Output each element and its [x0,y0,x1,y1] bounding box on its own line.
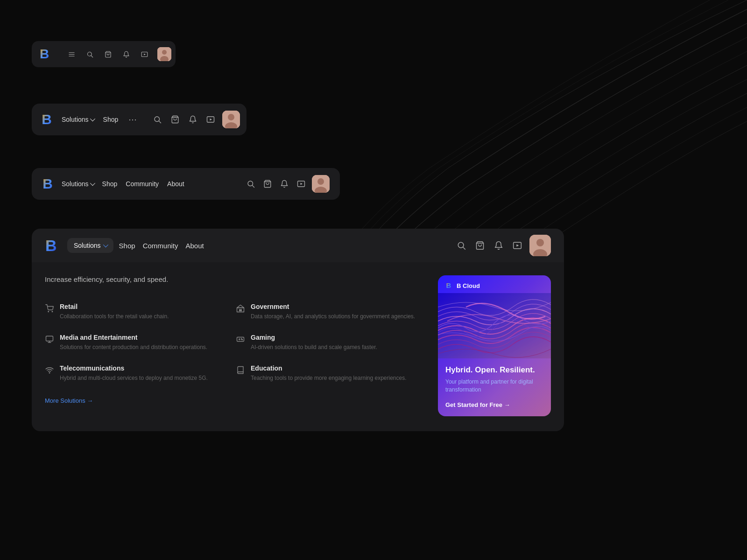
navbar-main: B Solutions Shop Community About [32,229,564,262]
svg-text:B: B [40,47,49,61]
shop-button[interactable] [103,49,113,60]
svg-point-51 [242,339,243,340]
solution-telecom[interactable]: Telecommunications Hybrid and multi-clou… [45,358,236,389]
logo[interactable]: B [41,112,54,127]
logo[interactable]: B [45,237,60,254]
solution-education[interactable]: Education Teaching tools to provide more… [236,358,427,389]
avatar[interactable] [157,47,171,61]
cloud-card: B B Cloud [438,275,551,416]
solution-retail[interactable]: Retail Collaboration tools for the retai… [45,296,236,327]
get-started-button[interactable]: Get Started for Free → [445,401,510,408]
community-nav-link[interactable]: Community [124,178,161,189]
navbar-small: B [32,41,176,67]
chevron-down-icon [90,116,95,121]
svg-text:B: B [45,237,57,254]
svg-point-19 [228,114,234,120]
media-button[interactable] [204,113,217,126]
navbar-medium: B Solutions Shop ⋯ [32,104,247,135]
monitor-icon [45,335,54,344]
svg-text:B: B [42,112,52,127]
media-button[interactable] [295,178,307,190]
solutions-dropdown-button[interactable]: Solutions [67,238,113,253]
chevron-down-icon [90,181,95,186]
svg-marker-35 [516,245,519,247]
wavy-visualization [438,293,551,358]
search-button[interactable] [455,239,468,252]
building-icon [236,304,245,313]
solutions-list: Increase efficiency, security, and speed… [45,275,427,416]
svg-text:B: B [42,176,53,191]
logo[interactable]: B [42,176,55,191]
hamburger-button[interactable] [66,49,77,60]
community-nav-link[interactable]: Community [141,240,180,252]
svg-marker-8 [144,53,146,55]
svg-rect-44 [46,336,53,341]
shop-button[interactable] [473,239,486,252]
svg-point-28 [317,178,324,185]
svg-line-5 [91,56,92,57]
media-button[interactable] [511,239,524,252]
notifications-button[interactable] [187,113,199,126]
shop-nav-link[interactable]: Shop [117,240,137,252]
solution-gaming[interactable]: Gaming AI-driven solutions to build and … [236,327,427,358]
dropdown-subtitle: Increase efficiency, security, and speed… [45,275,427,283]
shop-nav-link[interactable]: Shop [101,114,120,125]
chevron-down-icon [103,242,108,247]
svg-line-32 [463,247,465,250]
avatar[interactable] [312,175,330,193]
media-button[interactable] [139,49,150,60]
svg-point-39 [48,311,49,312]
solutions-nav-link[interactable]: Solutions [60,178,96,189]
more-solutions-button[interactable]: More Solutions → [45,397,93,404]
cloud-card-content: Hybrid. Open. Resilient. Your platform a… [438,358,551,416]
svg-text:B: B [446,282,451,289]
svg-rect-43 [241,309,242,311]
cloud-card-visual [438,293,551,358]
solutions-dropdown-panel: Increase efficiency, security, and speed… [32,262,564,431]
book-icon [236,365,245,375]
shop-nav-link[interactable]: Shop [100,178,120,189]
notifications-button[interactable] [278,178,290,190]
svg-line-23 [252,185,254,187]
shop-button[interactable] [261,178,274,190]
notifications-button[interactable] [492,239,505,252]
svg-point-52 [49,372,50,373]
svg-point-40 [52,311,53,312]
svg-rect-47 [237,337,244,342]
svg-point-10 [162,50,167,55]
gamepad-icon [236,335,245,344]
cloud-card-header: B B Cloud [438,275,551,293]
avatar[interactable] [529,235,551,256]
logo[interactable]: B [39,47,51,61]
cloud-tagline: Hybrid. Open. Resilient. [445,365,543,375]
solutions-nav-link[interactable]: Solutions [60,114,96,125]
search-button[interactable] [245,178,257,190]
navbar-with-dropdown: B Solutions Shop Community About [32,229,564,431]
notifications-button[interactable] [121,49,132,60]
more-options-button[interactable]: ⋯ [126,113,140,126]
solutions-grid: Retail Collaboration tools for the retai… [45,296,427,389]
solution-government[interactable]: Government Data storage, AI, and analyti… [236,296,427,327]
svg-marker-17 [210,119,212,121]
about-nav-link[interactable]: About [184,240,206,252]
svg-marker-26 [301,183,303,185]
cloud-card-logo-icon: B [445,282,453,289]
about-nav-link[interactable]: About [165,178,186,189]
wifi-icon [45,365,54,375]
svg-rect-41 [237,308,244,312]
svg-point-37 [536,239,544,246]
cloud-description: Your platform and partner for digital tr… [445,378,543,394]
search-button[interactable] [85,49,95,60]
svg-rect-42 [240,309,240,311]
shop-button[interactable] [169,113,181,126]
search-button[interactable] [151,113,163,126]
cart-icon [45,304,54,313]
navbar-full: B Solutions Shop Community About [32,168,340,200]
avatar[interactable] [222,111,240,128]
svg-line-14 [159,121,161,123]
solution-media[interactable]: Media and Entertainment Solutions for co… [45,327,236,358]
